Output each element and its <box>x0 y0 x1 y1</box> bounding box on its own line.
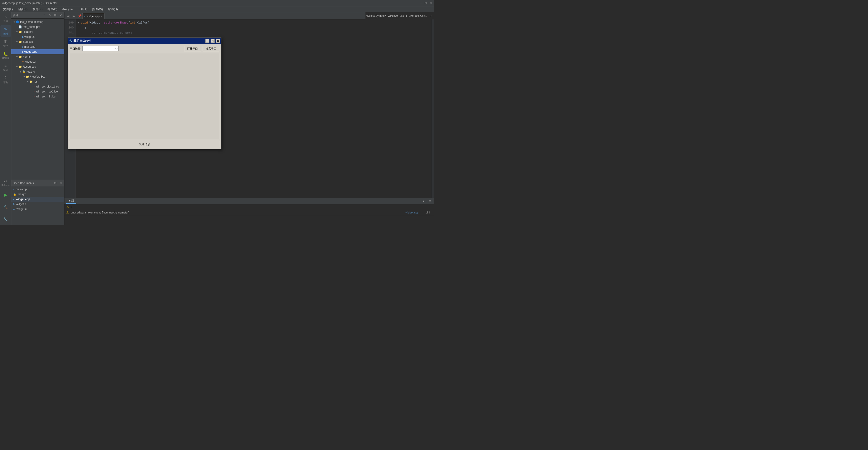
doc-item-widget-ui[interactable]: ✏ widget.ui <box>11 207 64 212</box>
tree-label-widget-cpp: widget.cpp <box>24 50 37 53</box>
tree-item-ico2[interactable]: ✕ win_set_max1.ico <box>11 89 64 94</box>
sidebar-item-welcome[interactable]: ⌂ 欢迎 <box>0 13 11 25</box>
port-select-label: 串口选择 <box>70 47 81 51</box>
tree-item-sources[interactable]: ▼ 📁 Sources <box>11 39 64 44</box>
sidebar-label-design: 设计 <box>3 44 8 47</box>
sidebar-label-welcome: 欢迎 <box>3 20 8 23</box>
doc-label-widget-h: widget.h <box>16 203 26 206</box>
sidebar-item-run[interactable]: ▶ <box>0 189 11 200</box>
code-editor[interactable]: 199 200 201 ▼void Widget::setCursorShape… <box>64 20 434 198</box>
qrc-file-icon: 🔒 <box>13 193 16 196</box>
tree-item-ico1[interactable]: ✕ win_set_close2.ico <box>11 84 64 89</box>
tree-label-widget-h: widget.h <box>24 35 35 38</box>
sidebar-item-build-run[interactable]: 🔨 <box>0 201 11 213</box>
tree-item-res-qrc[interactable]: ▼ 🔒 res.qrc <box>11 69 64 74</box>
sidebar-item-tools[interactable]: 🔧 <box>0 214 11 225</box>
sidebar-item-help[interactable]: ? 帮助 <box>0 74 11 86</box>
sidebar-item-edit[interactable]: ✎ 编辑 <box>0 25 11 37</box>
tree-item-main-cpp[interactable]: c main.cpp <box>11 44 64 49</box>
menu-item-编辑e[interactable]: 编辑(E) <box>16 7 30 12</box>
tree-item-resources[interactable]: ▼ 📁 Resources <box>11 64 64 69</box>
open-docs-sort-button[interactable]: ⊞ <box>53 181 57 186</box>
tree-item-res-folder[interactable]: ▼ 📁 res <box>11 79 64 84</box>
search-port-button[interactable]: 搜索串口 <box>203 46 219 51</box>
tab-nav-back[interactable]: ◀ <box>65 13 71 19</box>
tree-item-pro[interactable]: 📄 test_dome.pro <box>11 25 64 29</box>
project-toolbar-title: 项目 <box>13 13 41 17</box>
tree-item-ico3[interactable]: ✕ win_set_min.ico <box>11 94 64 99</box>
editor-tab-widget-cpp[interactable]: c widget.cpp ✕ <box>82 13 104 19</box>
doc-label-widget-cpp: widget.cpp <box>16 198 30 201</box>
tools-icon: 🔧 <box>3 217 8 222</box>
issue-row-1[interactable]: ⚠ u <box>64 204 434 210</box>
send-msg-button[interactable]: 发送消息 <box>70 141 219 147</box>
maximize-button[interactable]: □ <box>424 2 427 5</box>
tree-root[interactable]: ▼ 🔵 test_dome [master] <box>11 20 64 25</box>
sidebar-item-debug[interactable]: 🐛 Debug <box>0 50 11 61</box>
tab-nav-forward[interactable]: ▶ <box>71 13 76 19</box>
port-select-dropdown[interactable] <box>82 46 119 51</box>
line-num-200: 200 <box>65 25 74 30</box>
tree-label-pro: test_dome.pro <box>23 25 40 29</box>
sidebar-icons: ⌂ 欢迎 ✎ 编辑 ◫ 设计 🐛 Debug ≡ 项目 ? 帮助 ▶🖥 Rele… <box>0 12 11 225</box>
close-button[interactable]: ✕ <box>429 2 432 5</box>
dialog-top-row: 串口选择 打开串口 搜索串口 <box>70 46 219 51</box>
fold-arrow[interactable]: ▼ <box>78 21 81 26</box>
dialog-minimize-button[interactable]: ─ <box>205 39 210 43</box>
bottom-expand-button[interactable]: ⊞ <box>428 199 432 203</box>
doc-item-widget-h[interactable]: h widget.h <box>11 202 64 207</box>
bottom-collapse-button[interactable]: ▲ <box>421 199 426 203</box>
menu-item-帮助h[interactable]: 帮助(H) <box>105 7 120 12</box>
issue-desc-2: unused parameter 'event' [-Wunused-param… <box>71 211 404 214</box>
issue-file-2: widget.cpp <box>405 211 424 214</box>
minimize-button[interactable]: ─ <box>419 2 422 5</box>
doc-label-main-cpp: main.cpp <box>16 188 27 191</box>
tree-label-forms: Forms <box>23 55 31 58</box>
split-button[interactable]: ⊞ <box>53 13 57 18</box>
dialog-maximize-button[interactable]: □ <box>211 39 215 43</box>
encoding-label[interactable]: Windows (CRLF) <box>388 14 407 17</box>
sync-button[interactable]: ⟳ <box>48 13 52 18</box>
sidebar-item-design[interactable]: ◫ 设计 <box>0 37 11 49</box>
line-num-201: 201 <box>65 30 74 35</box>
bottom-tab-issues[interactable]: 问题 <box>66 198 76 204</box>
doc-item-main-cpp[interactable]: c main.cpp <box>11 187 64 192</box>
tree-item-headers[interactable]: ▼ 📁 Headers <box>11 29 64 34</box>
tree-item-widget-ui[interactable]: ✏ widget.ui <box>11 59 64 64</box>
edit-icon: ✎ <box>3 27 8 31</box>
dialog-close-button[interactable]: ✕ <box>216 39 220 43</box>
close-panel-button[interactable]: ✕ <box>58 13 63 18</box>
tree-item-prefix1[interactable]: ▼ 📁 /new/prefix1 <box>11 74 64 79</box>
floating-dialog[interactable]: 🔧 我的串口软件 ─ □ ✕ 串口选择 <box>68 37 221 149</box>
sidebar-label-release: Release <box>1 184 10 187</box>
tab-close-button[interactable]: ✕ <box>100 15 102 18</box>
menu-item-文件f[interactable]: 文件(F) <box>1 7 15 12</box>
doc-item-widget-cpp[interactable]: c widget.cpp <box>11 197 64 202</box>
tree-item-widget-cpp[interactable]: c widget.cpp <box>11 49 64 54</box>
port-select-wrapper <box>82 46 182 51</box>
menu-item-工具t[interactable]: 工具(T) <box>75 7 90 12</box>
menu-item-控件w[interactable]: 控件(W) <box>90 7 105 12</box>
filter-button[interactable]: ≡ <box>42 13 46 18</box>
menu-item-调试d[interactable]: 调试(D) <box>45 7 60 12</box>
tree-label-sources: Sources <box>23 40 33 43</box>
menu-item-analyze[interactable]: Analyze <box>60 7 75 11</box>
sidebar-item-release[interactable]: ▶🖥 Release <box>0 177 11 188</box>
tree-item-widget-h[interactable]: h widget.h <box>11 34 64 39</box>
menu-item-构建b[interactable]: 构建(B) <box>30 7 44 12</box>
symbol-select-label[interactable]: <Select Symbol> <box>366 14 386 18</box>
tab-cpp-icon: c <box>84 15 86 18</box>
open-port-button[interactable]: 打开串口 <box>184 46 201 51</box>
tab-expand-button[interactable]: ⊞ <box>429 13 433 18</box>
sidebar-item-project[interactable]: ≡ 项目 <box>0 62 11 73</box>
right-scrollbar[interactable] <box>431 20 434 198</box>
help-icon: ? <box>3 76 8 80</box>
tree-item-forms[interactable]: ▼ 📁 Forms <box>11 54 64 59</box>
line-info-label: Line: 198, Col: 1 <box>409 14 427 17</box>
open-docs-close-button[interactable]: ✕ <box>58 181 63 186</box>
tab-pin[interactable]: 📌 <box>77 13 82 19</box>
doc-item-res-qrc[interactable]: 🔒 res.qrc <box>11 192 64 197</box>
issue-row-2[interactable]: ⚠ unused parameter 'event' [-Wunused-par… <box>64 210 434 215</box>
sidebar-label-edit: 编辑 <box>3 32 8 35</box>
welcome-icon: ⌂ <box>3 15 8 19</box>
